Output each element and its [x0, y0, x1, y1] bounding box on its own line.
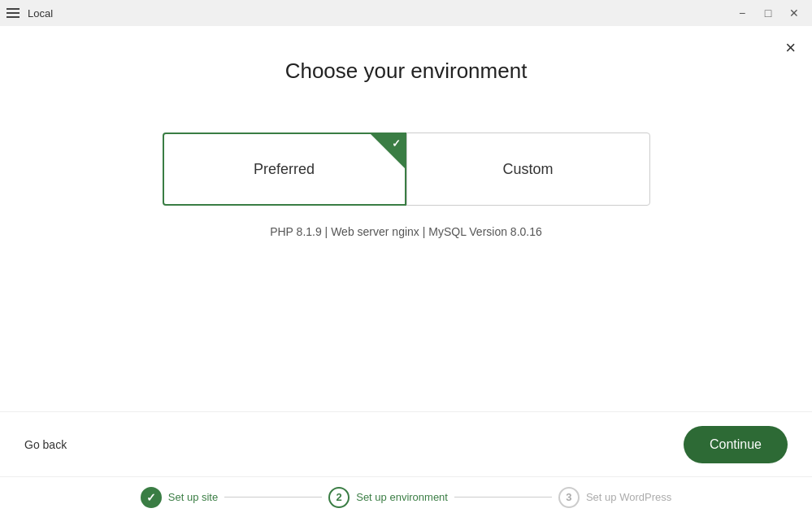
main-content: × Choose your environment Preferred ✓ Cu…	[0, 26, 812, 517]
step-2-circle: 2	[328, 487, 350, 508]
preferred-label: Preferred	[254, 161, 315, 178]
progress-bar: ✓ Set up site 2 Set up environment 3 Set…	[0, 476, 812, 517]
environment-info: PHP 8.1.9 | Web server nginx | MySQL Ver…	[270, 225, 542, 238]
custom-option[interactable]: Custom	[406, 133, 650, 206]
dialog-title: Choose your environment	[285, 59, 528, 84]
bottom-bar: Go back Continue	[0, 411, 812, 476]
step-3-circle: 3	[558, 487, 580, 508]
step-connector-2	[454, 497, 552, 497]
check-mark-icon: ✓	[392, 137, 401, 150]
step-1: ✓ Set up site	[141, 487, 218, 508]
minimize-button[interactable]: −	[731, 2, 753, 24]
step-1-label: Set up site	[168, 491, 218, 503]
app-title: Local	[28, 7, 53, 20]
continue-button[interactable]: Continue	[684, 426, 788, 463]
step-3-label: Set up WordPress	[586, 491, 671, 503]
step-3-number: 3	[566, 491, 571, 503]
dialog-close-button[interactable]: ×	[785, 39, 796, 57]
preferred-option[interactable]: Preferred ✓	[163, 133, 406, 206]
step-connector-1	[224, 497, 322, 497]
custom-label: Custom	[502, 161, 553, 178]
step-1-check-icon: ✓	[146, 491, 156, 504]
dialog-body: Choose your environment Preferred ✓ Cust…	[0, 26, 812, 411]
title-bar-left: Local	[7, 7, 53, 20]
step-2-label: Set up environment	[356, 491, 448, 503]
hamburger-icon[interactable]	[7, 8, 20, 18]
step-2-number: 2	[337, 491, 342, 503]
step-3: 3 Set up WordPress	[558, 487, 671, 508]
maximize-button[interactable]: □	[757, 2, 779, 24]
step-2: 2 Set up environment	[328, 487, 448, 508]
go-back-button[interactable]: Go back	[24, 438, 67, 451]
step-1-circle: ✓	[141, 487, 162, 508]
environment-options: Preferred ✓ Custom	[163, 133, 650, 206]
title-bar: Local − □ ✕	[0, 0, 812, 26]
title-bar-controls: − □ ✕	[731, 2, 805, 24]
window-close-button[interactable]: ✕	[783, 2, 805, 24]
